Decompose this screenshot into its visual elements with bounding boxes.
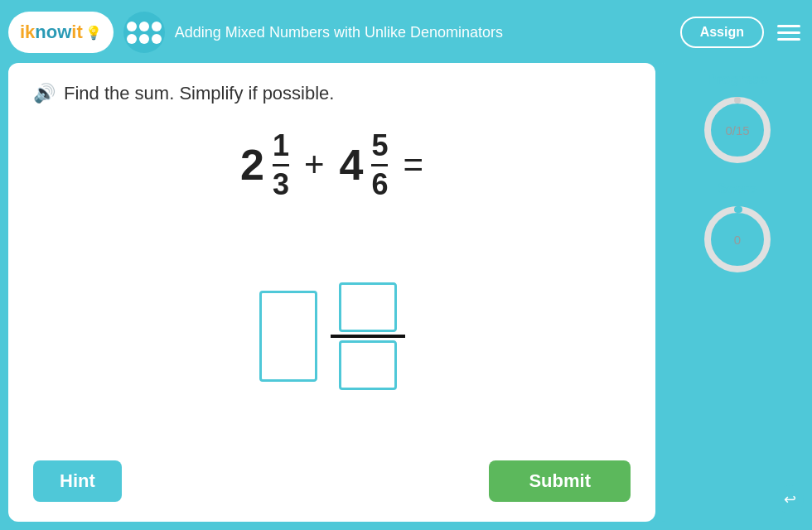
progress-label: Progress <box>707 71 768 88</box>
answer-denominator-input[interactable] <box>339 340 397 390</box>
answer-numerator-input[interactable] <box>339 282 397 332</box>
film-icon <box>123 12 165 53</box>
film-dot <box>152 22 162 31</box>
logo-lightbulb-icon: 💡 <box>85 25 102 41</box>
progress-section: Progress 0/15 <box>700 71 775 167</box>
question-area: 🔊 Find the sum. Simplify if possible. <box>33 83 631 104</box>
left-panel: 🔊 Find the sum. Simplify if possible. 2 … <box>8 63 655 522</box>
denominator-1: 3 <box>273 168 289 201</box>
logo: iknowit 💡 <box>8 12 114 53</box>
equals-sign: = <box>403 145 423 185</box>
score-section: Score 0 <box>700 181 775 277</box>
whole-number-1: 2 <box>240 143 264 186</box>
submit-button[interactable]: Submit <box>489 460 631 502</box>
main-content: 🔊 Find the sum. Simplify if possible. 2 … <box>8 63 804 522</box>
panel-divider <box>662 63 665 522</box>
score-gauge: 0 <box>700 202 775 277</box>
film-dot <box>127 34 137 44</box>
audio-icon[interactable]: 🔊 <box>33 83 56 104</box>
math-expression: 2 1 3 + 4 5 6 = <box>33 129 631 200</box>
hamburger-line <box>777 38 800 41</box>
film-dot <box>152 34 162 44</box>
numerator-1: 1 <box>273 129 289 162</box>
fraction-line-1 <box>273 164 289 166</box>
film-dots <box>127 22 162 44</box>
film-dot <box>139 34 149 44</box>
answer-fraction-line <box>331 335 405 338</box>
answer-fraction <box>331 282 405 390</box>
progress-value: 0/15 <box>725 123 749 137</box>
menu-button[interactable] <box>774 22 804 44</box>
fraction-2: 5 6 <box>371 129 388 200</box>
numerator-2: 5 <box>371 129 388 162</box>
progress-gauge: 0/15 <box>700 93 775 167</box>
fraction-1: 1 3 <box>273 129 289 200</box>
whole-number-2: 4 <box>340 143 364 186</box>
hint-button[interactable]: Hint <box>33 460 122 502</box>
assign-button[interactable]: Assign <box>680 17 764 48</box>
header: iknowit 💡 Adding Mixed Numbers with Unli… <box>8 8 804 56</box>
answer-area <box>33 225 631 447</box>
mixed-number-1: 2 1 3 <box>240 129 289 200</box>
plus-operator: + <box>304 145 325 185</box>
logo-text: iknowit <box>20 22 83 43</box>
right-panel-bottom: ↩ <box>671 290 804 513</box>
question-text: Find the sum. Simplify if possible. <box>64 83 334 104</box>
hamburger-line <box>777 25 800 27</box>
mixed-number-2: 4 5 6 <box>340 129 389 200</box>
back-button[interactable]: ↩ <box>776 485 804 513</box>
fraction-line-2 <box>371 164 388 166</box>
film-dot <box>139 22 149 31</box>
answer-whole-input[interactable] <box>259 291 317 382</box>
right-panel: Progress 0/15 Score 0 <box>671 63 804 522</box>
back-icon: ↩ <box>784 490 796 508</box>
denominator-2: 6 <box>371 168 388 201</box>
hamburger-line <box>777 31 800 34</box>
bottom-buttons: Hint Submit <box>33 460 631 502</box>
score-label: Score <box>718 181 756 197</box>
lesson-title: Adding Mixed Numbers with Unlike Denomin… <box>175 24 670 41</box>
score-value: 0 <box>734 233 741 247</box>
film-dot <box>127 22 137 31</box>
